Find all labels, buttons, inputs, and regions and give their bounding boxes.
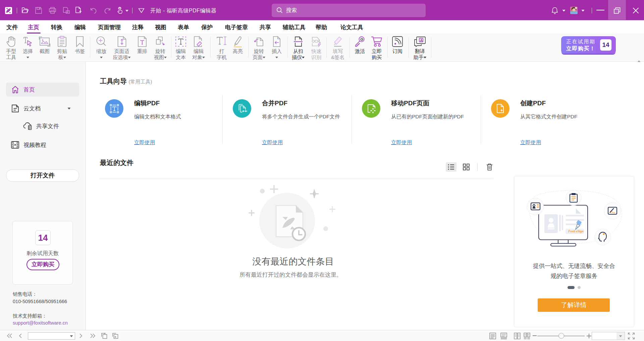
svg-text:OCR: OCR xyxy=(312,39,320,43)
svg-text:A: A xyxy=(420,39,423,42)
svg-text:Foxit eSign: Foxit eSign xyxy=(568,230,584,233)
